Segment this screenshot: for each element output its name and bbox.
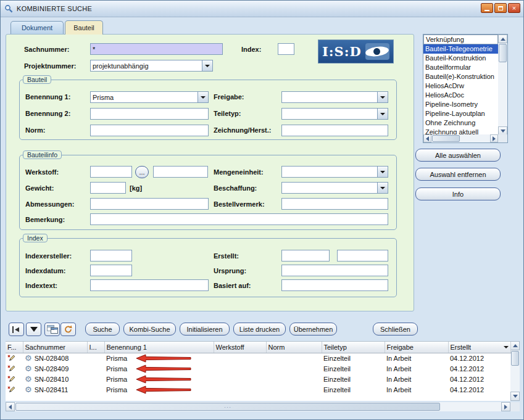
pencil-status-icon — [7, 353, 15, 361]
beschaffung-select[interactable] — [281, 182, 388, 194]
abmessungen-label: Abmessungen: — [25, 200, 74, 208]
column-header-freigabe[interactable]: Freigabe — [385, 342, 448, 353]
close-button[interactable]: × — [508, 3, 520, 13]
table-row[interactable]: ⚙SN-028409 Prisma Einzelteil In Arbeit 0… — [6, 363, 510, 374]
select-all-button[interactable]: Alle auswählen — [415, 149, 501, 162]
bemerkung-label: Bemerkung: — [25, 216, 65, 224]
remove-selection-button[interactable]: Auswahl entfernen — [415, 168, 501, 181]
column-header-sachnummer[interactable]: Sachnummer — [23, 342, 87, 353]
norm-input[interactable] — [90, 125, 209, 136]
mengeneinheit-label: Mengeneinheit: — [214, 168, 264, 176]
werkstoff-input-1[interactable] — [90, 166, 132, 178]
scroll-left-button[interactable] — [6, 402, 15, 411]
scroll-thumb[interactable] — [499, 44, 507, 62]
benennung1-select[interactable]: Prisma — [90, 91, 209, 103]
zeichnung-herst-label: Zeichnung/Herst.: — [214, 126, 272, 134]
info-button[interactable]: Info — [415, 187, 501, 200]
indexdatum-input[interactable] — [90, 265, 132, 276]
table-row[interactable]: ⚙SN-028408 Prisma Einzelteil In Arbeit 0… — [6, 353, 510, 363]
maximize-button[interactable] — [494, 3, 507, 13]
list-item[interactable]: Pipeline-Layoutplan — [423, 109, 498, 118]
list-item[interactable]: Bauteilformular — [423, 63, 498, 72]
basiert-auf-input[interactable] — [281, 279, 388, 291]
tab-dokument[interactable]: Dokument — [10, 21, 64, 34]
tab-bauteil[interactable]: Bauteil — [65, 20, 103, 35]
list-item[interactable]: Bauteil(e)-Konstruktion — [423, 72, 498, 81]
scroll-thumb[interactable] — [432, 135, 460, 142]
scroll-right-button[interactable] — [490, 134, 498, 142]
column-header-norm[interactable]: Norm — [266, 342, 322, 353]
column-header-teiletyp[interactable]: Teiletyp — [322, 342, 385, 353]
liste-drucken-button[interactable]: Liste drucken — [233, 323, 286, 336]
benennung2-input[interactable] — [90, 108, 209, 120]
list-item[interactable]: Pipeline-Isometry — [423, 100, 498, 109]
goto-icon — [12, 326, 21, 334]
column-header-index[interactable]: I... — [87, 342, 104, 353]
goto-record-button[interactable] — [9, 323, 24, 336]
uebernehmen-button[interactable]: Übernehmen — [289, 323, 337, 336]
norm-label: Norm: — [25, 126, 45, 134]
minimize-button[interactable] — [481, 3, 493, 13]
index-input[interactable] — [278, 43, 294, 55]
scroll-up-button[interactable] — [510, 341, 520, 350]
list-vscrollbar[interactable] — [498, 35, 507, 135]
erstellt-input-2[interactable] — [337, 250, 388, 261]
indexersteller-input[interactable] — [90, 250, 132, 261]
scroll-thumb[interactable]: ··· — [15, 403, 440, 411]
gewicht-input[interactable] — [90, 182, 126, 194]
list-item[interactable]: HeliosAcDrw — [423, 81, 498, 91]
zeichnung-herst-input[interactable] — [281, 125, 388, 136]
table-view-button[interactable] — [44, 323, 60, 336]
werkstoff-input-2[interactable] — [153, 166, 208, 178]
list-item[interactable]: Bauteil-Konstruktion — [423, 54, 498, 63]
erstellt-input-1[interactable] — [281, 250, 330, 261]
refresh-button[interactable] — [60, 323, 76, 336]
list-item[interactable]: Bauteil-Teilegeometrie — [423, 44, 498, 54]
eye-icon — [365, 43, 389, 60]
indextext-input[interactable] — [90, 279, 209, 291]
kombi-suche-button[interactable]: Kombi-Suche — [123, 323, 176, 336]
mengeneinheit-select[interactable] — [281, 166, 388, 178]
results-vscrollbar[interactable] — [510, 341, 520, 401]
table-row[interactable]: ⚙SN-028411 Prisma Einzelteil In Arbeit 0… — [6, 384, 510, 395]
scroll-up-button[interactable] — [498, 35, 507, 43]
results-hscrollbar[interactable]: ··· — [6, 402, 510, 411]
teiletyp-label: Teiletyp: — [214, 110, 241, 118]
ursprung-input[interactable] — [281, 265, 388, 276]
bestellvermerk-input[interactable] — [281, 198, 388, 210]
scroll-down-button[interactable] — [498, 126, 507, 135]
scroll-left-button[interactable] — [423, 134, 431, 142]
isd-logo-text: I:S:D — [322, 44, 362, 59]
table-row[interactable]: ⚙SN-028410 Prisma Einzelteil In Arbeit 0… — [6, 374, 510, 384]
column-header-freigabe-flag[interactable]: F... — [6, 342, 23, 353]
column-header-erstellt[interactable]: Erstellt — [448, 342, 510, 353]
list-hscrollbar[interactable] — [423, 134, 498, 142]
group-index-title: Index — [23, 234, 48, 242]
list-item[interactable]: Ohne Zeichnung — [423, 118, 498, 128]
freigabe-select[interactable] — [281, 91, 388, 103]
sachnummer-input[interactable] — [90, 43, 223, 55]
teiletyp-select[interactable] — [281, 108, 388, 120]
annotation-arrow — [136, 375, 191, 384]
scroll-thumb[interactable] — [511, 351, 519, 366]
bestellvermerk-label: Bestellvermerk: — [214, 200, 265, 208]
scroll-right-button[interactable] — [501, 402, 510, 411]
verknuepfung-listbox: Verknüpfung Bauteil-Teilegeometrie Baute… — [423, 34, 508, 143]
bemerkung-input[interactable] — [90, 213, 388, 225]
sachnummer-label: Sachnummer: — [24, 46, 69, 54]
initialisieren-button[interactable]: Initialisieren — [180, 323, 230, 336]
projektnummer-select[interactable]: projektunabhängig — [90, 60, 213, 72]
scroll-down-button[interactable] — [510, 392, 520, 401]
list-item[interactable]: HeliosAcDoc — [423, 91, 498, 100]
abmessungen-input[interactable] — [90, 198, 209, 210]
column-header-benennung1[interactable]: Benennung 1 — [104, 342, 214, 353]
filter-dropdown-button[interactable] — [26, 323, 41, 336]
chevron-down-icon — [377, 109, 388, 119]
suche-button[interactable]: Suche — [85, 323, 120, 336]
werkstoff-browse-button[interactable]: ... — [135, 166, 149, 178]
dropdown-icon — [30, 327, 38, 332]
column-header-werkstoff[interactable]: Werkstoff — [214, 342, 266, 353]
window-title: KOMBINIERTE SUCHE — [17, 5, 92, 12]
schliessen-button[interactable]: Schließen — [373, 323, 418, 336]
part-gear-icon: ⚙ — [25, 385, 32, 393]
